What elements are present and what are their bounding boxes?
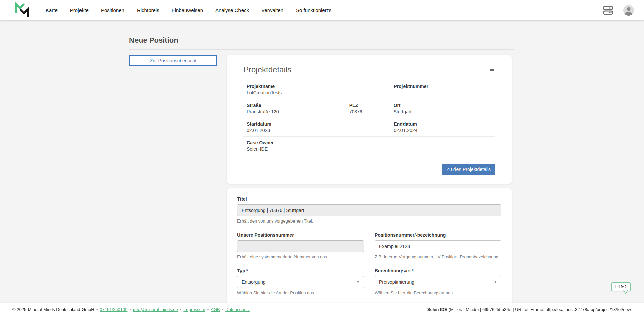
project-details-card: Projektdetails Projektname LotCreationTe… bbox=[227, 55, 512, 184]
help-button[interactable]: Hilfe? bbox=[611, 282, 631, 291]
project-details-title: Projektdetails bbox=[243, 65, 291, 74]
berechnungsart-selected-value: Preisoptimierung bbox=[379, 279, 414, 285]
go-to-project-details-button[interactable]: Zu den Projektdetails bbox=[442, 164, 495, 175]
positionsnummer-label: Positionsnummer/-bezeichnung bbox=[375, 232, 501, 238]
minus-icon bbox=[490, 69, 494, 71]
title-divider bbox=[129, 49, 514, 50]
projektnummer-value: - bbox=[394, 90, 495, 96]
berechnungsart-field-group: Berechnungsart* Preisoptimierung ▼ Wähle… bbox=[375, 268, 501, 295]
berechnungsart-label: Berechnungsart* bbox=[375, 268, 501, 273]
mineral-minds-logo[interactable] bbox=[13, 2, 31, 18]
nav-item-verwalten[interactable]: Verwalten bbox=[261, 7, 283, 13]
unsere-positionsnummer-field-group: Unsere Positionsnummer Erhält eine syste… bbox=[237, 232, 364, 259]
project-details-table: Projektname LotCreationTests Projektnumm… bbox=[243, 80, 495, 155]
case-owner-value: Selen IDE bbox=[247, 146, 495, 152]
back-to-positions-button[interactable]: Zur Positionsübersicht bbox=[129, 55, 217, 66]
chevron-down-icon: ▼ bbox=[357, 280, 360, 284]
impressum-link[interactable]: Impressum bbox=[183, 307, 205, 312]
main-menu: Karte Projekte Positionen Richtpreis Ein… bbox=[46, 7, 331, 13]
berechnungsart-helper-text: Wählen Sie hier die Berechnungsart aus. bbox=[375, 290, 501, 295]
positionsnummer-helper-text: Z.B. Interne-Vorgangsnummer, LV-Position… bbox=[375, 254, 501, 259]
projektname-value: LotCreationTests bbox=[247, 90, 394, 96]
required-asterisk: * bbox=[412, 268, 413, 273]
required-asterisk: * bbox=[246, 268, 248, 273]
strasse-label: Straße bbox=[247, 103, 349, 108]
agb-link[interactable]: AGB bbox=[211, 307, 220, 312]
top-nav: Karte Projekte Positionen Richtpreis Ein… bbox=[0, 0, 644, 20]
session-user: Selen IDE bbox=[427, 307, 447, 312]
nav-item-analyse-check[interactable]: Analyse Check bbox=[215, 7, 249, 13]
typ-select[interactable]: Entsorgung ▼ bbox=[237, 276, 364, 288]
nav-item-einbauweisen[interactable]: Einbauweisen bbox=[172, 7, 203, 13]
email-link[interactable]: info@mineral-minds.de bbox=[133, 307, 178, 312]
table-row: Case Owner Selen IDE bbox=[243, 137, 495, 155]
projektname-label: Projektname bbox=[247, 84, 394, 89]
new-position-form-card: Titel Erhält den von uns vorgegebenen Ti… bbox=[227, 188, 512, 316]
plz-label: PLZ bbox=[349, 103, 394, 108]
typ-label: Typ* bbox=[237, 268, 364, 273]
nav-item-karte[interactable]: Karte bbox=[46, 7, 58, 13]
copyright-text: © 2025 Mineral Minds Deutschland GmbH bbox=[12, 307, 94, 312]
typ-helper-text: Wählen Sie hier die Art der Position aus… bbox=[237, 290, 364, 295]
typ-selected-value: Entsorgung bbox=[241, 279, 266, 285]
phone-link[interactable]: 07151/250100 bbox=[100, 307, 127, 312]
nav-item-richtpreis[interactable]: Richtpreis bbox=[137, 7, 159, 13]
separator-dot: • bbox=[96, 307, 98, 312]
table-row: Projektname LotCreationTests Projektnumm… bbox=[243, 80, 495, 99]
nav-item-projekte[interactable]: Projekte bbox=[70, 7, 89, 13]
strasse-value: Pragstraße 120 bbox=[247, 109, 349, 114]
datenschutz-link[interactable]: Datenschutz bbox=[225, 307, 250, 312]
server-stack-icon[interactable] bbox=[602, 5, 614, 16]
case-owner-label: Case Owner bbox=[247, 140, 495, 145]
ort-label: Ort bbox=[394, 103, 495, 108]
user-avatar[interactable] bbox=[623, 4, 635, 16]
session-info: (Mineral Minds) | 69576255536d | URL of … bbox=[449, 307, 631, 312]
table-row: Straße Pragstraße 120 PLZ 70376 Ort Stut… bbox=[243, 99, 495, 118]
separator-dot: • bbox=[180, 307, 182, 312]
table-row: Startdatum 02.01.2023 Enddatum 02.01.202… bbox=[243, 118, 495, 137]
titel-label: Titel bbox=[237, 196, 501, 202]
enddatum-label: Enddatum bbox=[394, 121, 495, 127]
separator-dot: • bbox=[207, 307, 209, 312]
separator-dot: • bbox=[222, 307, 224, 312]
main-content: Neue Position Zur Positionsübersicht Pro… bbox=[129, 20, 514, 316]
unsere-positionsnummer-input bbox=[237, 240, 364, 252]
typ-field-group: Typ* Entsorgung ▼ Wählen Sie hier die Ar… bbox=[237, 268, 364, 295]
positionsnummer-field-group: Positionsnummer/-bezeichnung Z.B. Intern… bbox=[375, 232, 501, 259]
berechnungsart-select[interactable]: Preisoptimierung ▼ bbox=[375, 276, 501, 288]
positionsnummer-input[interactable] bbox=[375, 240, 501, 252]
separator-dot: • bbox=[129, 307, 131, 312]
projektnummer-label: Projektnummer bbox=[394, 84, 495, 89]
page-title: Neue Position bbox=[129, 36, 514, 45]
titel-helper-text: Erhält den von uns vorgegebenen Titel. bbox=[237, 218, 501, 224]
nav-item-so-funktionierts[interactable]: So funktioniert's bbox=[296, 7, 331, 13]
enddatum-value: 02.01.2024 bbox=[394, 128, 495, 133]
titel-input bbox=[237, 204, 501, 216]
nav-item-positionen[interactable]: Positionen bbox=[101, 7, 124, 13]
titel-field-group: Titel Erhält den von uns vorgegebenen Ti… bbox=[237, 196, 501, 224]
ort-value: Stuttgart bbox=[394, 109, 495, 114]
startdatum-value: 02.01.2023 bbox=[247, 128, 394, 133]
plz-value: 70376 bbox=[349, 109, 394, 114]
unsere-positionsnummer-label: Unsere Positionsnummer bbox=[237, 232, 364, 238]
unsere-positionsnummer-helper-text: Erhält eine systemgenerierte Nummer von … bbox=[237, 254, 364, 259]
logo-icon bbox=[13, 2, 31, 18]
startdatum-label: Startdatum bbox=[247, 121, 394, 127]
footer: © 2025 Mineral Minds Deutschland GmbH • … bbox=[0, 303, 644, 316]
chevron-down-icon: ▼ bbox=[494, 280, 497, 284]
collapse-card-button[interactable] bbox=[488, 67, 495, 72]
